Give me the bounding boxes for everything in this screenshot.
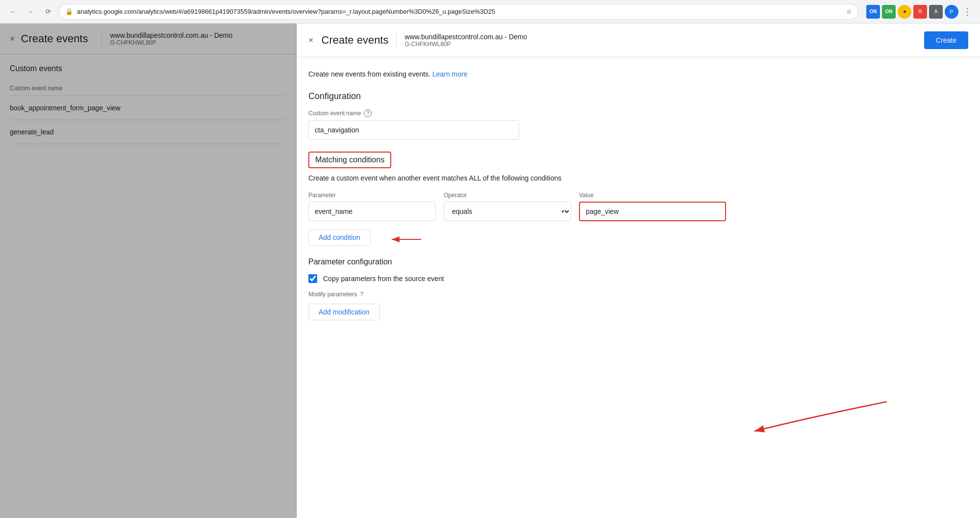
copy-params-label: Copy parameters from the source event — [323, 275, 444, 283]
right-close-button[interactable]: × — [308, 35, 314, 46]
main-layout: × Create events www.bundillapestcontrol.… — [0, 24, 980, 518]
arrow-annotation — [387, 232, 426, 247]
matching-conditions-section: Matching conditions Create a custom even… — [308, 152, 726, 246]
reload-button[interactable]: ⟳ — [41, 5, 55, 19]
param-config-title: Parameter configuration — [308, 258, 726, 266]
operator-wrapper: equals contains starts with — [444, 202, 571, 221]
add-modification-label: Add modification — [319, 308, 370, 316]
add-condition-button[interactable]: Add condition — [308, 229, 371, 246]
value-field: Value — [579, 192, 726, 221]
create-button[interactable]: Create — [924, 31, 968, 49]
learn-more-link[interactable]: Learn more — [432, 70, 468, 78]
table-row[interactable]: book_appointment_form_page_view — [10, 96, 286, 120]
copy-params-checkbox[interactable] — [308, 274, 317, 283]
config-section: Configuration Custom event name ? — [308, 91, 726, 140]
left-section-title: Custom events — [10, 64, 286, 73]
param-config-section: Parameter configuration Copy parameters … — [308, 258, 726, 320]
custom-event-name-input[interactable] — [308, 120, 519, 140]
copy-params-row: Copy parameters from the source event — [308, 274, 726, 283]
matching-conditions-header: Matching conditions — [308, 152, 391, 168]
left-header: × Create events www.bundillapestcontrol.… — [0, 24, 296, 54]
left-close-button[interactable]: × — [10, 34, 15, 44]
value-input[interactable] — [579, 202, 726, 221]
address-bar[interactable]: 🔒 analytics.google.com/analytics/web/#/a… — [59, 4, 858, 20]
left-panel-title: Create events — [21, 32, 88, 45]
event-name-2: generate_lead — [10, 128, 54, 136]
conditions-row: Parameter Operator equals contains start… — [308, 192, 726, 221]
event-name-1: book_appointment_form_page_view — [10, 104, 121, 112]
left-header-domain: www.bundillapestcontrol.com.au - Demo G-… — [101, 31, 232, 46]
extension-btn-4[interactable]: R — [913, 5, 927, 19]
add-modification-button[interactable]: Add modification — [308, 304, 380, 320]
operator-label: Operator — [444, 192, 571, 199]
modify-params-text: Modify parameters — [308, 291, 357, 298]
right-header: × Create events www.bundillapestcontrol.… — [297, 24, 980, 57]
info-text: Create new events from existing events. — [308, 70, 430, 78]
url-text: analytics.google.com/analytics/web/#/a69… — [77, 8, 842, 15]
left-panel: × Create events www.bundillapestcontrol.… — [0, 24, 297, 518]
parameter-field: Parameter — [308, 192, 436, 221]
browser-chrome: ← → ⟳ 🔒 analytics.google.com/analytics/w… — [0, 0, 980, 24]
extension-btn-3[interactable]: ★ — [898, 5, 911, 19]
back-button[interactable]: ← — [6, 5, 20, 19]
table-row[interactable]: generate_lead — [10, 120, 286, 144]
operator-select[interactable]: equals contains starts with — [444, 202, 571, 221]
modify-params-label-row: Modify parameters ? — [308, 291, 726, 298]
parameter-label: Parameter — [308, 192, 436, 199]
help-icon[interactable]: ? — [364, 109, 372, 117]
add-condition-label: Add condition — [319, 233, 360, 241]
lock-icon: 🔒 — [65, 8, 73, 15]
forward-button[interactable]: → — [24, 5, 37, 19]
star-icon: ☆ — [846, 8, 852, 15]
config-title: Configuration — [308, 91, 726, 102]
modify-params-help-icon[interactable]: ? — [360, 291, 363, 298]
left-content: Custom events Custom event name book_app… — [0, 54, 296, 154]
extension-btn-2[interactable]: ON — [882, 5, 896, 19]
annotation-arrow-svg — [715, 387, 911, 446]
right-domain-id: G-CHFKHWL80P — [404, 41, 527, 48]
custom-event-name-label: Custom event name ? — [308, 109, 726, 117]
add-condition-wrapper: Add condition — [308, 229, 371, 246]
right-panel: × Create events www.bundillapestcontrol.… — [297, 24, 980, 518]
custom-event-name-group: Custom event name ? — [308, 109, 726, 140]
left-domain-id: G-CHFKHWL80P — [110, 39, 232, 46]
extension-btn-1[interactable]: ON — [866, 5, 880, 19]
right-header-domain: www.bundillapestcontrol.com.au - Demo G-… — [396, 33, 527, 48]
right-domain-name: www.bundillapestcontrol.com.au - Demo — [404, 33, 527, 41]
table-header: Custom event name — [10, 81, 286, 96]
extension-btn-5[interactable]: A — [929, 5, 943, 19]
menu-btn[interactable]: ⋮ — [960, 5, 974, 19]
profile-btn[interactable]: P — [945, 5, 958, 19]
left-domain-name: www.bundillapestcontrol.com.au - Demo — [110, 31, 232, 39]
parameter-input[interactable] — [308, 202, 436, 221]
matching-conditions-desc: Create a custom event when another event… — [308, 174, 726, 182]
operator-field: Operator equals contains starts with — [444, 192, 571, 221]
value-label: Value — [579, 192, 726, 199]
right-panel-title: Create events — [322, 34, 389, 47]
right-body: Create new events from existing events. … — [297, 57, 738, 344]
table-header-name: Custom event name — [10, 85, 62, 92]
browser-actions: ON ON ★ R A P ⋮ — [866, 5, 974, 19]
info-bar: Create new events from existing events. … — [308, 69, 726, 79]
